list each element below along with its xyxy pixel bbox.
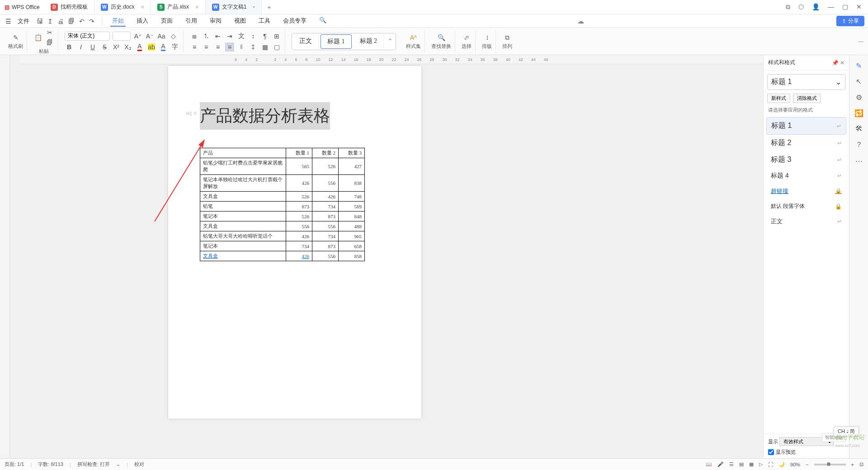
style-body[interactable]: 正文 bbox=[293, 34, 319, 49]
change-case-icon[interactable]: Aa bbox=[157, 32, 166, 41]
cell-qty3[interactable]: 838 bbox=[339, 175, 365, 192]
cell-qty1[interactable]: 426 bbox=[286, 175, 312, 192]
cell-qty2[interactable]: 526 bbox=[312, 158, 339, 175]
cell-qty1[interactable]: 526 bbox=[286, 192, 312, 202]
cell-qty1[interactable]: 556 bbox=[286, 221, 312, 231]
style-gallery[interactable]: 正文 标题 1 标题 2 ⌄ bbox=[292, 33, 396, 50]
align-center-icon[interactable]: ≡ bbox=[202, 42, 211, 52]
zoom-label[interactable]: 90% bbox=[790, 462, 800, 467]
cell-qty2[interactable]: 426 bbox=[312, 192, 339, 202]
sort-icon[interactable]: ↕ bbox=[249, 32, 258, 41]
cell-qty3[interactable]: 965 bbox=[339, 231, 365, 241]
tab-template[interactable]: D 找稻壳模板 bbox=[44, 0, 94, 14]
style-heading1[interactable]: 标题 1 bbox=[321, 34, 352, 49]
marks-icon[interactable]: ¶ bbox=[260, 32, 269, 41]
font-size-input[interactable] bbox=[113, 32, 131, 41]
line-spacing-icon[interactable]: ‡ bbox=[249, 42, 258, 52]
bullet-list-icon[interactable]: ≣ bbox=[190, 32, 199, 41]
distribute-icon[interactable]: ⫴ bbox=[237, 42, 246, 52]
pencil-icon[interactable]: ✎ bbox=[856, 61, 862, 70]
ruler-icon[interactable]: ⊞ bbox=[272, 32, 281, 41]
table-row[interactable]: 铅笔大哥大哥大哈哈嘚听觉话个 426 734 965 bbox=[200, 231, 365, 241]
cell-qty1[interactable]: 873 bbox=[286, 202, 312, 212]
format-painter-icon[interactable]: ✎ bbox=[11, 33, 20, 42]
maximize-icon[interactable]: ▢ bbox=[842, 3, 848, 11]
cell-qty2[interactable]: 873 bbox=[312, 212, 339, 221]
menu-insert[interactable]: 插入 bbox=[135, 16, 150, 27]
cell-product[interactable]: 笔记本 bbox=[200, 212, 286, 221]
table-row[interactable]: 笔记本 734 873 658 bbox=[200, 241, 365, 251]
help-icon[interactable]: ？ bbox=[855, 140, 863, 150]
shading-icon[interactable]: ▦ bbox=[260, 42, 269, 52]
font-name-input[interactable] bbox=[65, 32, 110, 41]
table-row[interactable]: 铅笔少哦打工时费点击爱苹果家居脆爬 565 526 427 bbox=[200, 158, 365, 175]
style-more-icon[interactable]: ⌄ bbox=[386, 34, 395, 49]
cell-qty2[interactable]: 556 bbox=[312, 251, 339, 261]
highlight-icon[interactable]: ab bbox=[147, 42, 156, 52]
menu-tools[interactable]: 工具 bbox=[257, 16, 272, 27]
clear-format-button[interactable]: 清除格式 bbox=[793, 94, 821, 103]
cut-icon[interactable]: ✂ bbox=[45, 28, 54, 37]
header-qty3[interactable]: 数量 3 bbox=[339, 148, 365, 158]
cell-qty3[interactable]: 858 bbox=[339, 251, 365, 261]
file-menu[interactable]: 文件 bbox=[15, 17, 32, 25]
table-row[interactable]: 文具盒 426 556 858 bbox=[200, 251, 365, 261]
style-item-h1[interactable]: 标题 1↵ bbox=[766, 117, 846, 135]
cell-qty3[interactable]: 848 bbox=[339, 212, 365, 221]
style-item-body[interactable]: 正文↵ bbox=[766, 214, 846, 229]
spell-check[interactable]: 拼写检查: 打开 bbox=[77, 461, 110, 468]
settings-slider-icon[interactable]: ⚙ bbox=[856, 93, 862, 102]
char-shade-icon[interactable]: 字 bbox=[170, 42, 179, 52]
pin-icon[interactable]: 📌 bbox=[832, 60, 839, 66]
header-qty1[interactable]: 数量 1 bbox=[286, 148, 312, 158]
close-window-icon[interactable]: ✕ bbox=[856, 3, 862, 11]
tabs-mode-icon[interactable]: ⧉ bbox=[786, 3, 790, 11]
font-color-icon[interactable]: A bbox=[135, 42, 144, 52]
document-title[interactable]: 产品数据分析表格 bbox=[200, 102, 330, 130]
tab-history[interactable]: W 历史.docx × bbox=[94, 0, 151, 14]
cell-qty2[interactable]: 556 bbox=[312, 175, 339, 192]
menu-review[interactable]: 审阅 bbox=[208, 16, 223, 27]
cube-icon[interactable]: ⬡ bbox=[798, 3, 804, 11]
tab-current-doc[interactable]: W 文字文稿1 • bbox=[206, 0, 262, 14]
cell-qty2[interactable]: 734 bbox=[312, 231, 339, 241]
align-left-icon[interactable]: ≡ bbox=[190, 42, 199, 52]
replace-icon[interactable]: 🔁 bbox=[854, 109, 863, 118]
tab-product[interactable]: S 产品.xlsx × bbox=[151, 0, 206, 14]
spell-dropdown-icon[interactable]: ⌄ bbox=[116, 461, 120, 467]
clear-format-icon[interactable]: ◇ bbox=[169, 32, 178, 41]
zoom-slider[interactable] bbox=[814, 464, 846, 465]
tab-close-icon[interactable]: × bbox=[195, 4, 199, 10]
cell-product[interactable]: 笔记本 bbox=[200, 241, 286, 251]
style-item-h3[interactable]: 标题 3↵ bbox=[766, 151, 846, 168]
cell-product[interactable]: 文具盒 bbox=[200, 221, 286, 231]
cell-qty2[interactable]: 873 bbox=[312, 241, 339, 251]
export-icon[interactable]: ↥ bbox=[47, 18, 53, 25]
share-button[interactable]: ⇪ 分享 bbox=[836, 16, 864, 26]
cell-product[interactable]: 文具盒 bbox=[200, 251, 286, 261]
print-preview-icon[interactable]: 🗐 bbox=[68, 18, 75, 25]
cell-qty3[interactable]: 488 bbox=[339, 221, 365, 231]
menu-start[interactable]: 开始 bbox=[110, 16, 126, 27]
tools-icon[interactable]: 🛠 bbox=[855, 125, 863, 133]
style-set-group[interactable]: Aᴬ 样式集 bbox=[402, 30, 425, 53]
number-list-icon[interactable]: ⒈ bbox=[202, 32, 211, 41]
cloud-icon[interactable]: ☁ bbox=[577, 17, 584, 25]
preview-checkbox[interactable] bbox=[768, 449, 774, 455]
cell-product[interactable]: 铅笔大哥大哥大哈哈嘚听觉话个 bbox=[200, 231, 286, 241]
night-icon[interactable]: 🌙 bbox=[778, 461, 785, 467]
menu-view[interactable]: 视图 bbox=[232, 16, 248, 27]
find-group[interactable]: 🔍 查找替换 bbox=[428, 30, 455, 53]
text-direction-icon[interactable]: 文 bbox=[237, 32, 246, 41]
cell-product[interactable]: 文具盒 bbox=[200, 192, 286, 202]
table-row[interactable]: 文具盒 556 556 488 bbox=[200, 221, 365, 231]
menu-reference[interactable]: 引用 bbox=[184, 16, 199, 27]
header-product[interactable]: 产品 bbox=[200, 148, 286, 158]
close-panel-icon[interactable]: ✕ bbox=[840, 60, 844, 66]
paste-icon[interactable]: 📋 bbox=[33, 33, 42, 42]
border-icon[interactable]: ▢ bbox=[272, 42, 281, 52]
align-justify-icon[interactable]: ≡ bbox=[225, 42, 234, 52]
tab-close-icon[interactable]: • bbox=[253, 4, 255, 10]
select-group[interactable]: ⬀ 选择 bbox=[458, 30, 476, 53]
cell-qty2[interactable]: 734 bbox=[312, 202, 339, 212]
